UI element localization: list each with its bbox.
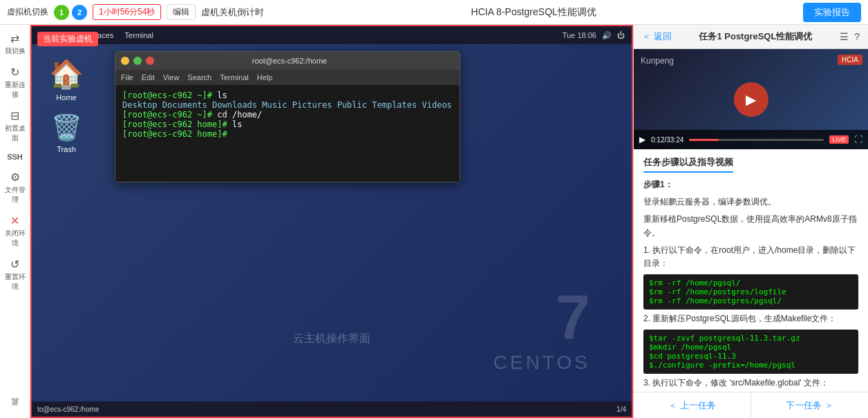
trash-icon[interactable]: 🗑️ Trash: [46, 113, 87, 153]
vm-screen[interactable]: 当前实验虚机 Applications Places Terminal Tue …: [30, 25, 633, 418]
terminal-menu-edit[interactable]: Edit: [142, 73, 155, 82]
video-container[interactable]: Kunpeng ▶ HCIA ▶ 0:12/33:24 LIVE ⛶: [634, 49, 868, 149]
downloads-link[interactable]: Downloads: [212, 100, 257, 110]
terminal-close-btn[interactable]: [146, 57, 154, 65]
terminal-output-1: Desktop Documents Downloads Music Pictur…: [122, 100, 453, 110]
trash-icon-glyph: 🗑️: [51, 113, 82, 142]
task-cmd-1[interactable]: $rm -rf /home/pgsql/ $rm -rf /home/postg…: [643, 274, 858, 310]
folder-icon: 🏠: [49, 58, 84, 91]
terminal-line-3: [root@ecs-c962 home]# ls: [122, 120, 453, 129]
tool-file-manager[interactable]: ⚙ 文件管理: [1, 167, 29, 209]
terminal-minimize-btn[interactable]: [121, 57, 129, 65]
statusbar-page: 1/4: [616, 406, 626, 413]
trash-icon-label: Trash: [57, 145, 76, 153]
right-panel: ＜ 返回 任务1 PostgreSQL性能调优 ☰ ? Kunpeng ▶ HC…: [633, 25, 868, 418]
task-step-1-sub: 重新移植PostgreSQL数据，使用提高效率的ARMv8原子指令。: [643, 213, 858, 239]
terminal-menu-terminal[interactable]: Terminal: [220, 73, 249, 82]
prev-task-button[interactable]: ＜ 上一任务: [634, 392, 751, 418]
tool-switch-label: 我切换: [5, 46, 26, 56]
centos-menu-terminal[interactable]: Terminal: [124, 31, 153, 39]
tool-reconnect[interactable]: ↻ 重新连接: [1, 61, 29, 104]
shutdown-label: 虚机关机倒计时: [201, 6, 264, 19]
vm-tabs: 1 2: [54, 5, 87, 20]
switch-icon: ⇄: [10, 32, 19, 45]
expand-icon[interactable]: ⛶: [854, 135, 862, 144]
right-panel-footer: ＜ 上一任务 下一任务 ＞: [634, 392, 868, 418]
task-cmd-2[interactable]: $tar -zxvf postgresql-11.3.tar.gz $mkdir…: [643, 330, 858, 374]
vm-desktop: Applications Places Terminal Tue 18:06 🔊…: [32, 26, 632, 417]
terminal-window[interactable]: root@ecs-c962:/home File Edit View Searc…: [115, 51, 460, 182]
power-icon: ⏻: [617, 31, 625, 39]
reconnect-icon: ↻: [10, 66, 19, 79]
video-time: 0:12/33:24: [651, 136, 683, 144]
task-step-1-desc: 登录鲲鹏云服务器，编译参数调优。: [643, 196, 858, 209]
reset-desktop-icon: ⊟: [10, 109, 19, 122]
vm-tab-1[interactable]: 1: [54, 5, 69, 20]
vm-center-label: 云主机操作界面: [293, 332, 370, 346]
terminal-line-2: [root@ecs-c962 ~]# cd /home/: [122, 110, 453, 120]
edit-button[interactable]: 编辑: [167, 4, 196, 20]
tool-reset-desktop[interactable]: ⊟ 初置桌面: [1, 105, 29, 147]
tool-close-env-label: 关闭环境: [3, 229, 28, 248]
current-vm-label: 当前实验虚机: [37, 32, 98, 46]
video-progress-bar[interactable]: [689, 139, 824, 141]
vm-switch-label: 虚拟机切换: [7, 6, 48, 18]
report-button[interactable]: 实验报告: [803, 3, 861, 22]
help-icon[interactable]: ?: [854, 31, 860, 42]
centos-watermark: CENTOS: [493, 352, 590, 374]
tool-file-manager-label: 文件管理: [3, 185, 28, 205]
menu-icon[interactable]: ☰: [840, 31, 849, 42]
right-panel-header: ＜ 返回 任务1 PostgreSQL性能调优 ☰ ?: [634, 25, 868, 49]
task-section-title: 任务步骤以及指导视频: [643, 156, 733, 173]
vm-content: 🏠 Home 🗑️ Trash roo: [32, 44, 632, 401]
statusbar-path: to@ecs-c962:/home: [37, 406, 100, 413]
tool-ssh[interactable]: SSH: [1, 149, 29, 165]
next-task-button[interactable]: 下一任务 ＞: [751, 392, 868, 418]
panel-icons: ☰ ?: [840, 31, 860, 42]
home-icon[interactable]: 🏠 Home: [46, 58, 87, 102]
tool-reconnect-label: 重新连接: [3, 80, 28, 99]
task-step-2-cmd-title: 2. 重新解压PostgreSQL源码包，生成Makefile文件：: [643, 312, 858, 325]
top-bar: 虚拟机切换 1 2 1小时56分54秒 编辑 虚机关机倒计时 HCIA 8-Po…: [0, 0, 868, 25]
reset-env-icon: ↺: [10, 258, 19, 271]
tool-reset-env-label: 重置环境: [3, 272, 28, 292]
play-button[interactable]: ▶: [734, 82, 768, 117]
centos-num: 7: [556, 282, 590, 353]
terminal-maximize-btn[interactable]: [133, 57, 142, 65]
task-step-1-title: 步骤1：: [643, 178, 858, 191]
terminal-titlebar: root@ecs-c962:/home: [115, 52, 460, 70]
tool-reset-env[interactable]: ↺ 重置环境: [1, 254, 29, 296]
video-progress-fill: [689, 139, 719, 141]
terminal-menu-file[interactable]: File: [121, 73, 133, 82]
back-button[interactable]: ＜ 返回: [642, 30, 672, 43]
vm-tab-2[interactable]: 2: [72, 5, 87, 20]
task-step-1-cmd-title: 1. 执行以下命令，在root用户，进入/home目录，删除以下目录：: [643, 244, 858, 270]
left-toolbar: ⇄ 我切换 ↻ 重新连接 ⊟ 初置桌面 SSH ⚙ 文件管理 ✕ 关闭环境 ↺ …: [0, 25, 30, 418]
terminal-menubar: File Edit View Search Terminal Help: [115, 70, 460, 85]
timer-box: 1小时56分54秒: [93, 4, 161, 20]
terminal-body[interactable]: [root@ecs-c962 ~]# ls Desktop Documents …: [115, 85, 460, 182]
speaker-icon: 🔊: [602, 31, 612, 40]
vm-statusbar: to@ecs-c962:/home 1/4: [32, 401, 632, 417]
toolbar-label: 工具栏: [10, 407, 20, 415]
file-manager-icon: ⚙: [10, 171, 20, 184]
video-controls: ▶ 0:12/33:24 LIVE ⛶: [634, 130, 868, 149]
terminal-line-1: [root@ecs-c962 ~]# ls: [122, 91, 453, 100]
close-env-icon: ✕: [10, 214, 19, 227]
terminal-title: root@ecs-c962:/home: [154, 57, 425, 65]
task-title: 任务1 PostgreSQL性能调优: [677, 30, 835, 43]
tool-close-env[interactable]: ✕ 关闭环境: [1, 210, 29, 252]
terminal-menu-view[interactable]: View: [163, 73, 180, 82]
video-brand: Kunpeng: [641, 56, 674, 66]
terminal-line-4: [root@ecs-c962 home]#: [122, 129, 453, 139]
video-play-icon[interactable]: ▶: [639, 135, 645, 144]
tool-switch[interactable]: ⇄ 我切换: [1, 28, 29, 60]
centos-topbar-right: Tue 18:06 🔊 ⏻: [563, 31, 625, 40]
main-area: ⇄ 我切换 ↻ 重新连接 ⊟ 初置桌面 SSH ⚙ 文件管理 ✕ 关闭环境 ↺ …: [0, 25, 868, 418]
terminal-menu-help[interactable]: Help: [257, 73, 273, 82]
home-icon-label: Home: [56, 93, 76, 102]
centos-time: Tue 18:06: [563, 31, 596, 39]
terminal-menu-search[interactable]: Search: [187, 73, 211, 82]
page-title: HCIA 8-PostgreSQL性能调优: [270, 6, 798, 19]
task-step-3-cmd-title: 3. 执行以下命令，修改 'src/Makefile.global' 文件：: [643, 377, 858, 390]
